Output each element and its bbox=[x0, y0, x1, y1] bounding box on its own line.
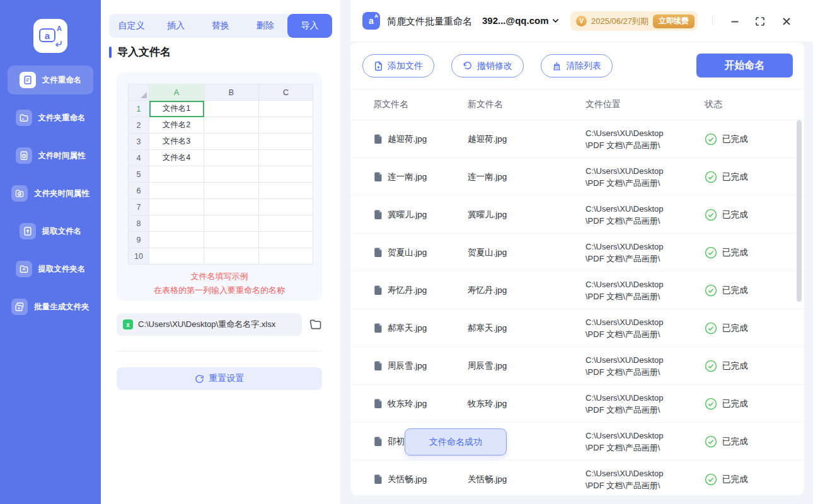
original-name: 周辰雪.jpg bbox=[388, 360, 427, 372]
sheet-cell-a7[interactable] bbox=[149, 199, 204, 215]
sheet-cell-c3[interactable] bbox=[259, 134, 313, 150]
sheet-cell-a4[interactable]: 文件名4 bbox=[149, 150, 204, 166]
sheet-cell-b5[interactable] bbox=[204, 166, 259, 183]
tab-import[interactable]: 导入 bbox=[287, 14, 332, 38]
tab-replace[interactable]: 替换 bbox=[199, 14, 243, 38]
sheet-cell-c2[interactable] bbox=[259, 117, 313, 134]
maximize-button[interactable] bbox=[755, 16, 765, 26]
tab-delete[interactable]: 删除 bbox=[243, 14, 287, 38]
sheet-cell-c5[interactable] bbox=[259, 166, 313, 183]
sheet-cell-c1[interactable] bbox=[259, 101, 313, 117]
sheet-cell-a6[interactable] bbox=[149, 183, 204, 199]
sheet-cell-a5[interactable] bbox=[149, 166, 204, 183]
sheet-cell-b4[interactable] bbox=[204, 150, 259, 166]
sheet-cell-a9[interactable] bbox=[149, 232, 204, 248]
sidebar-item-label: 文件夹时间属性 bbox=[34, 188, 89, 199]
sidebar-item-folder-time[interactable]: 文件夹时间属性 bbox=[8, 179, 93, 208]
table-row[interactable]: 贺夏山.jpg 贺夏山.jpg C:\Users\XU\Desktop\PDF … bbox=[350, 234, 804, 272]
sheet-cell-a10[interactable] bbox=[149, 248, 204, 265]
sheet-cell-b9[interactable] bbox=[204, 232, 259, 248]
tab-custom[interactable]: 自定义 bbox=[109, 14, 154, 38]
sidebar-item-extract-foldername[interactable]: 提取文件夹名 bbox=[8, 255, 93, 284]
minimize-button[interactable] bbox=[730, 16, 740, 26]
row-header-2[interactable]: 2 bbox=[129, 117, 149, 134]
table-row[interactable]: 寿忆丹.jpg 寿忆丹.jpg C:\Users\XU\Desktop\PDF … bbox=[350, 272, 804, 309]
sidebar-item-label: 提取文件夹名 bbox=[38, 264, 86, 275]
sheet-cell-b7[interactable] bbox=[204, 199, 259, 215]
table-row[interactable]: 郝寒天.jpg 郝寒天.jpg C:\Users\XU\Desktop\PDF … bbox=[350, 309, 804, 347]
row-header-5[interactable]: 5 bbox=[129, 166, 149, 183]
sheet-cell-b10[interactable] bbox=[204, 248, 259, 265]
row-header-4[interactable]: 4 bbox=[129, 150, 149, 166]
sheet-cell-c9[interactable] bbox=[259, 232, 313, 248]
header-location: 文件位置 bbox=[585, 99, 705, 110]
sheet-cell-a3[interactable]: 文件名3 bbox=[149, 134, 204, 150]
sheet-cell-a2[interactable]: 文件名2 bbox=[149, 117, 204, 134]
file-location: C:\Users\XU\Desktop\PDF 文档\产品画册\ bbox=[585, 467, 705, 491]
close-button[interactable] bbox=[781, 16, 792, 26]
success-toast: 文件命名成功 bbox=[405, 428, 507, 455]
sidebar-item-file-rename[interactable]: 文件重命名 bbox=[8, 66, 93, 94]
undo-changes-button[interactable]: 撤销修改 bbox=[451, 54, 524, 77]
sheet-cell-c6[interactable] bbox=[259, 183, 313, 199]
file-location: C:\Users\XU\Desktop\PDF 文档\产品画册\ bbox=[585, 241, 705, 265]
table-row[interactable]: 连一南.jpg 连一南.jpg C:\Users\XU\Desktop\PDF … bbox=[350, 158, 804, 196]
sidebar-item-file-time[interactable]: 文件时间属性 bbox=[8, 141, 93, 170]
col-header-a[interactable]: A bbox=[149, 84, 204, 101]
table-row[interactable]: 冀曜儿.jpg 冀曜儿.jpg C:\Users\XU\Desktop\PDF … bbox=[350, 196, 804, 234]
sheet-cell-b1[interactable] bbox=[204, 101, 259, 117]
table-row[interactable]: 越迎荷.jpg 越迎荷.jpg C:\Users\XU\Desktop\PDF … bbox=[350, 120, 804, 158]
sheet-cell-c10[interactable] bbox=[259, 248, 313, 265]
row-header-7[interactable]: 7 bbox=[129, 199, 149, 215]
table-row[interactable]: 牧东玲.jpg 牧东玲.jpg C:\Users\XU\Desktop\PDF … bbox=[350, 385, 804, 423]
license-expiry-text: 2025/06/27到期 bbox=[591, 16, 649, 27]
browse-folder-button[interactable] bbox=[309, 318, 322, 330]
start-rename-button[interactable]: 开始命名 bbox=[696, 54, 793, 77]
add-files-button[interactable]: 添加文件 bbox=[362, 54, 434, 77]
sheet-cell-b3[interactable] bbox=[204, 134, 259, 150]
sheet-cell-b6[interactable] bbox=[204, 183, 259, 199]
clear-list-button[interactable]: 清除列表 bbox=[541, 54, 613, 77]
sheet-cell-b2[interactable] bbox=[204, 117, 259, 134]
app-mini-icon: aA bbox=[362, 12, 380, 30]
row-header-9[interactable]: 9 bbox=[129, 232, 149, 248]
sheet-cell-a1[interactable]: 文件名1 bbox=[149, 101, 204, 117]
undo-changes-label: 撤销修改 bbox=[477, 60, 512, 72]
col-header-b[interactable]: B bbox=[204, 84, 259, 101]
col-header-c[interactable]: C bbox=[259, 84, 313, 101]
row-header-6[interactable]: 6 bbox=[129, 183, 149, 199]
file-location: C:\Users\XU\Desktop\PDF 文档\产品画册\ bbox=[585, 203, 705, 227]
reset-settings-button[interactable]: 重置设置 bbox=[117, 367, 322, 390]
sheet-cell-c4[interactable] bbox=[259, 150, 313, 166]
excel-path-value: C:\Users\XU\Desktop\重命名名字.xlsx bbox=[138, 319, 275, 330]
file-icon bbox=[373, 209, 383, 220]
status-text: 已完成 bbox=[722, 171, 748, 183]
row-header-10[interactable]: 10 bbox=[129, 248, 149, 265]
table-row[interactable]: 关恬畅.jpg 关恬畅.jpg C:\Users\XU\Desktop\PDF … bbox=[350, 461, 804, 495]
sidebar-item-batch-create-folders[interactable]: 批量生成文件夹 bbox=[8, 292, 93, 321]
sheet-cell-c7[interactable] bbox=[259, 199, 313, 215]
row-header-3[interactable]: 3 bbox=[129, 134, 149, 150]
sheet-cell-c8[interactable] bbox=[259, 215, 313, 232]
renew-button[interactable]: 立即续费 bbox=[653, 14, 695, 28]
section-title-bar bbox=[109, 47, 112, 58]
row-header-8[interactable]: 8 bbox=[129, 215, 149, 232]
sidebar-item-extract-filename[interactable]: 提取文件名 bbox=[8, 217, 93, 246]
table-row[interactable]: 周辰雪.jpg 周辰雪.jpg C:\Users\XU\Desktop\PDF … bbox=[350, 347, 804, 385]
row-header-1[interactable]: 1 bbox=[129, 101, 149, 117]
titlebar: aA 简鹿文件批量重命名 392...@qq.com V 2025/06/27到… bbox=[350, 0, 813, 42]
sidebar-item-label: 提取文件名 bbox=[42, 226, 82, 237]
sheet-cell-b8[interactable] bbox=[204, 215, 259, 232]
status-text: 已完成 bbox=[722, 398, 748, 410]
excel-path-field[interactable]: x C:\Users\XU\Desktop\重命名名字.xlsx bbox=[117, 313, 302, 336]
sidebar: a A 文件重命名 文件夹重命名 文件时间属性 bbox=[0, 0, 101, 504]
sidebar-item-folder-rename[interactable]: 文件夹重命名 bbox=[8, 103, 93, 132]
app-logo: a A bbox=[33, 19, 67, 53]
tab-insert[interactable]: 插入 bbox=[154, 14, 199, 38]
select-all-corner[interactable] bbox=[129, 84, 149, 101]
scrollbar-thumb[interactable] bbox=[797, 120, 802, 302]
divider bbox=[117, 351, 322, 352]
sheet-cell-a8[interactable] bbox=[149, 215, 204, 232]
folder-rename-icon bbox=[16, 110, 32, 126]
account-menu[interactable]: 392...@qq.com bbox=[482, 15, 559, 26]
